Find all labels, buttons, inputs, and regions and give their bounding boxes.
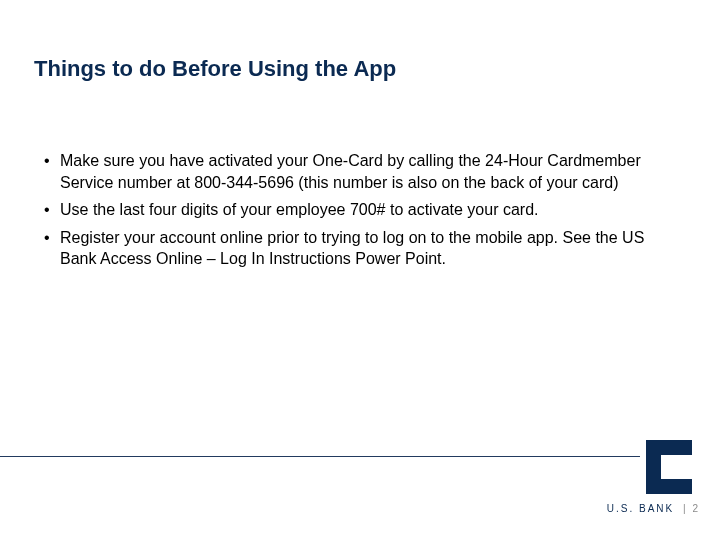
list-item: Register your account online prior to tr… [44, 227, 664, 270]
divider-line [0, 456, 640, 457]
bullet-list: Make sure you have activated your One-Ca… [44, 150, 664, 270]
slide: Things to do Before Using the App Make s… [0, 0, 720, 540]
slide-body: Make sure you have activated your One-Ca… [44, 150, 664, 276]
brand-logo-icon [646, 440, 692, 494]
footer: U.S. BANK | 2 [607, 503, 698, 514]
footer-page-number: 2 [692, 503, 698, 514]
list-item: Use the last four digits of your employe… [44, 199, 664, 221]
footer-brand: U.S. BANK [607, 503, 674, 514]
list-item: Make sure you have activated your One-Ca… [44, 150, 664, 193]
svg-rect-2 [649, 483, 689, 491]
slide-title: Things to do Before Using the App [34, 56, 396, 82]
footer-separator: | [683, 503, 686, 514]
